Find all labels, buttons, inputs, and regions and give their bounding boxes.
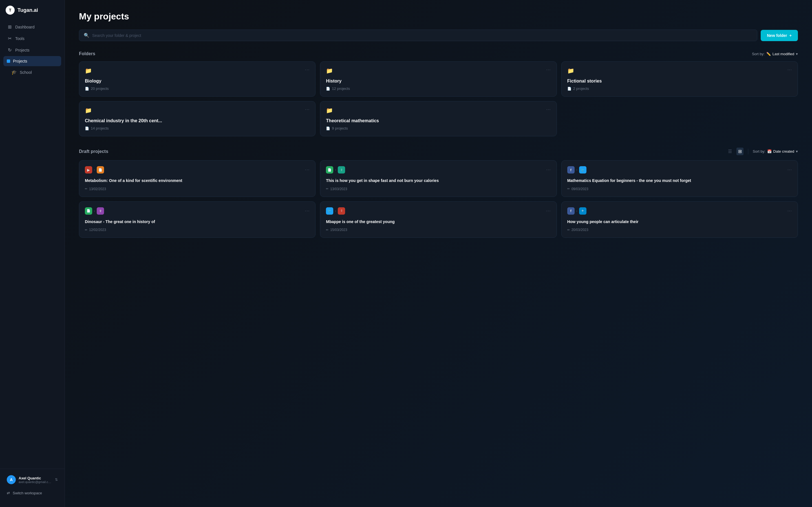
folder-card-fictional[interactable]: 📁 ··· Fictional stories 📄 2 projects <box>561 61 798 97</box>
fb-icon-young: f <box>567 207 574 215</box>
folder-count-chemical: 14 projects <box>91 126 109 130</box>
logo-icon: T <box>6 6 15 15</box>
user-email: axel.quantic@gmail.com <box>18 480 52 484</box>
folder-card-theoretical-header: 📁 ··· <box>326 107 551 114</box>
twitter-icon-mbappe: 🐦 <box>326 207 333 215</box>
draft-menu-mbappe[interactable]: ··· <box>546 209 551 214</box>
fb-icon-math: f <box>567 166 574 173</box>
folder-icon-history: 📁 <box>326 67 333 74</box>
folder-count-biology: 20 projects <box>91 87 109 91</box>
chevron-math: › <box>576 168 577 172</box>
folder-meta-chemical: 📄 14 projects <box>85 126 310 130</box>
chevron-down-icon: ▾ <box>796 52 798 56</box>
search-icon: 🔍 <box>84 33 89 38</box>
draft-icons-young-people: f › ✈ <box>567 207 587 215</box>
doc-icon-biology: 📄 <box>85 87 89 91</box>
folder-count-fictional: 2 projects <box>573 87 589 91</box>
folder-meta-theoretical: 📄 9 projects <box>326 126 551 130</box>
search-input[interactable] <box>92 33 753 38</box>
drafts-sort-control[interactable]: Sort by: 📅 Date created ▾ <box>753 149 798 154</box>
main-content: My projects 🔍 New folder + Folders Sort … <box>65 0 812 507</box>
draft-date-math: ✏ 09/03/2023 <box>567 187 792 191</box>
draft-card-mbappe[interactable]: 🐦 › ⇧ ··· Mbappe is one of the greatest … <box>320 202 557 238</box>
draft-title-math: Mathematics Equation for beginners - the… <box>567 178 792 184</box>
switch-workspace-button[interactable]: ⇄ Switch workspace <box>3 488 61 498</box>
new-folder-button[interactable]: New folder + <box>761 30 798 41</box>
switch-workspace-label: Switch workspace <box>13 491 42 495</box>
draft-card-metabolism[interactable]: ▶ › 📄 ··· Metabolism: One of a kind for … <box>79 160 315 197</box>
user-row[interactable]: A Axel Quantic axel.quantic@gmail.com ⇅ <box>3 472 61 487</box>
folder-card-history[interactable]: 📁 ··· History 📄 12 projects <box>320 61 557 97</box>
school-icon: 🎓 <box>11 69 17 75</box>
folder-count-theoretical: 9 projects <box>332 126 348 130</box>
folder-card-biology[interactable]: 📁 ··· Biology 📄 20 projects <box>79 61 315 97</box>
folder-menu-theoretical[interactable]: ··· <box>546 107 551 112</box>
folder-card-fictional-header: 📁 ··· <box>567 67 792 74</box>
twitter-icon-math: 🐦 <box>579 166 587 173</box>
new-folder-label: New folder <box>767 33 787 38</box>
search-input-wrap[interactable]: 🔍 <box>79 30 757 41</box>
sidebar-logo[interactable]: T Tugan.ai <box>0 6 64 21</box>
draft-card-math-header: f › 🐦 ··· <box>567 166 792 173</box>
draft-card-math[interactable]: f › 🐦 ··· Mathematics Equation for begin… <box>561 160 798 197</box>
folders-sort-control[interactable]: Sort by: ✏️ Last modified ▾ <box>752 52 798 56</box>
draft-title-dinosaur: Dinosaur - The great one in history of <box>85 219 310 225</box>
sidebar-item-projects-nav[interactable]: ↻ Projects <box>3 45 61 55</box>
sidebar-item-projects-active[interactable]: Projects <box>3 56 61 66</box>
chevron-shape: › <box>335 168 336 172</box>
folders-section-title: Folders <box>79 51 95 56</box>
draft-card-young-people[interactable]: f › ✈ ··· How young people can articulat… <box>561 202 798 238</box>
draft-menu-metabolism[interactable]: ··· <box>305 167 310 172</box>
draft-icons-dinosaur: 📄 › 🎙 <box>85 207 104 215</box>
folder-menu-history[interactable]: ··· <box>546 67 551 72</box>
folder-menu-fictional[interactable]: ··· <box>788 67 792 72</box>
folder-count-history: 12 projects <box>332 87 350 91</box>
user-info: Axel Quantic axel.quantic@gmail.com <box>18 476 52 484</box>
sidebar-nav: ⊞ Dashboard ✂ Tools ↻ Projects Projects … <box>0 21 64 469</box>
pencil-icon-shape: ✏ <box>326 187 328 191</box>
folder-name-biology: Biology <box>85 78 310 83</box>
avatar: A <box>7 475 16 484</box>
folder-card-chemical[interactable]: 📁 ··· Chemical industry in the 20th cent… <box>79 101 315 136</box>
sidebar-item-tools[interactable]: ✂ Tools <box>3 33 61 44</box>
draft-menu-shape[interactable]: ··· <box>546 167 551 172</box>
folder-menu-chemical[interactable]: ··· <box>305 107 310 112</box>
sidebar-item-school[interactable]: 🎓 School <box>3 67 61 78</box>
folder-card-history-header: 📁 ··· <box>326 67 551 74</box>
share-icon-mbappe: ⇧ <box>338 207 345 215</box>
sidebar: T Tugan.ai ⊞ Dashboard ✂ Tools ↻ Project… <box>0 0 65 507</box>
list-view-button[interactable]: ☰ <box>726 148 733 155</box>
chevron-metabolism: › <box>94 168 95 172</box>
calendar-icon: 📅 <box>767 149 772 154</box>
draft-card-dinosaur[interactable]: 📄 › 🎙 ··· Dinosaur - The great one in hi… <box>79 202 315 238</box>
draft-date-young-people: ✏ 20/03/2023 <box>567 228 792 232</box>
pencil-icon-young: ✏ <box>567 228 570 232</box>
doc-icon-history: 📄 <box>326 87 330 91</box>
folder-card-chemical-header: 📁 ··· <box>85 107 310 114</box>
folders-section-header: Folders Sort by: ✏️ Last modified ▾ <box>79 51 798 56</box>
play-icon-metabolism: ▶ <box>85 166 92 173</box>
sort-icon: ✏️ <box>766 52 771 56</box>
folder-menu-biology[interactable]: ··· <box>305 67 310 72</box>
draft-date-shape: ✏ 13/03/2023 <box>326 187 551 191</box>
user-name: Axel Quantic <box>18 476 52 480</box>
draft-menu-math[interactable]: ··· <box>788 167 792 172</box>
sidebar-item-dashboard[interactable]: ⊞ Dashboard <box>3 21 61 33</box>
sidebar-bottom: A Axel Quantic axel.quantic@gmail.com ⇅ … <box>0 469 64 501</box>
folders-grid: 📁 ··· Biology 📄 20 projects 📁 ··· Histor… <box>79 61 798 136</box>
telegram-icon-young: ✈ <box>579 207 587 215</box>
draft-section-title: Draft projects <box>79 149 108 154</box>
draft-card-young-people-header: f › ✈ ··· <box>567 207 792 215</box>
grid-view-button[interactable]: ⊞ <box>737 148 744 155</box>
draft-card-shape[interactable]: 📄 › ⇧ ··· This is how you get in shape f… <box>320 160 557 197</box>
pencil-icon-mbappe: ✏ <box>326 228 328 232</box>
dashboard-icon: ⊞ <box>7 24 12 30</box>
draft-section-header: Draft projects ☰ ⊞ Sort by: 📅 Date creat… <box>79 148 798 155</box>
draft-card-dinosaur-header: 📄 › 🎙 ··· <box>85 207 310 215</box>
drafts-grid: ▶ › 📄 ··· Metabolism: One of a kind for … <box>79 160 798 238</box>
folder-card-theoretical[interactable]: 📁 ··· Theoretical mathematics 📄 9 projec… <box>320 101 557 136</box>
draft-menu-young-people[interactable]: ··· <box>788 209 792 214</box>
sort-by-label: Sort by: <box>752 52 765 56</box>
draft-menu-dinosaur[interactable]: ··· <box>305 209 310 214</box>
share-icon-shape: ⇧ <box>338 166 345 173</box>
